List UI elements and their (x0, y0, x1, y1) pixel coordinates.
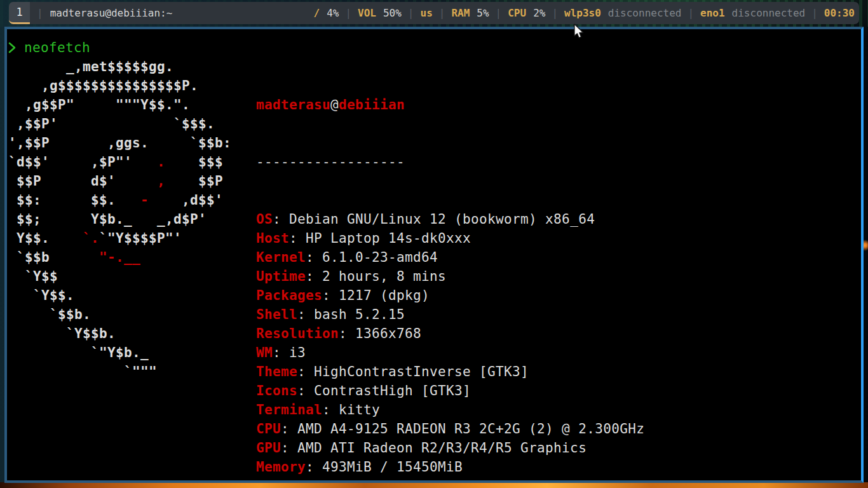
info-label: Packages (256, 288, 322, 303)
ascii-art-segment: `Y$$. (8, 288, 74, 303)
status-value: 5% (477, 7, 489, 19)
info-value: : 868x488 (339, 326, 421, 341)
neofetch-info-lines: OS: Debian GNU/Linux 12 (bookworm) x86_6… (256, 210, 644, 477)
command-text: neofetch (24, 38, 90, 57)
info-value: : AMD A4-9125 RADEON R3 2C+2G (2) @ 2.30… (281, 421, 644, 437)
ascii-art-segment: `"Y$$$$P"' (99, 231, 182, 246)
ascii-art-segment: $$P d$' (8, 173, 157, 189)
info-value: : bash 5.2.15 (297, 307, 405, 322)
info-label: Host (256, 231, 289, 246)
ascii-art-segment: `Y$$b. (8, 326, 116, 341)
status-item-us: us (421, 7, 433, 19)
info-label: Terminal (256, 402, 322, 417)
status-item-0030: 00:30 (824, 7, 855, 19)
status-value: disconnected (732, 7, 806, 19)
info-line-resolution: Resolution: 868x488 (256, 324, 644, 343)
status-item-wlp3s0: wlp3s0disconnected (564, 7, 681, 19)
status-label: RAM (451, 7, 470, 19)
terminal-window[interactable]: neofetch _,met$$$$$gg. ,g$$$$$$$$$$$$$$$… (4, 27, 864, 483)
ascii-art-segment: _,met$$$$$gg. (8, 59, 173, 74)
info-value: : HighContrastInverse [GTK3] (297, 364, 529, 379)
status-area: /4%|VOL50%|us|RAM5%|CPU2%|wlp3s0disconne… (314, 7, 855, 19)
ascii-art-segment: `"Y$b._ (8, 345, 149, 360)
status-item-: /4% (314, 7, 339, 19)
status-value: 2% (533, 7, 545, 19)
ascii-art-segment: $$P (165, 173, 223, 189)
status-item-ram: RAM5% (451, 7, 489, 19)
ascii-art-segment: ,$$P' `$$$. (8, 116, 215, 132)
info-value: : HP Laptop 14s-dk0xxx (289, 231, 471, 246)
shell-prompt-line: neofetch (8, 38, 90, 57)
ascii-art-segment: . (157, 154, 165, 170)
status-label: CPU (508, 7, 526, 19)
status-value: 4% (327, 7, 339, 19)
title-username: madterasu (256, 97, 330, 112)
title-hostname: debiiian (339, 97, 405, 112)
status-separator: | (552, 7, 558, 19)
info-line-host: Host: HP Laptop 14s-dk0xxx (256, 229, 644, 248)
status-label: eno1 (700, 7, 725, 19)
status-label: wlp3s0 (564, 7, 601, 19)
ascii-art-segment: ',$$P ,ggs. `$$b: (8, 135, 231, 151)
status-separator: | (688, 7, 694, 19)
ascii-art-segment: `d$$' ,$P"' (8, 154, 157, 170)
ascii-art-segment: Y$$. (8, 231, 83, 246)
info-label: Theme (256, 364, 297, 379)
ascii-art-segment: - (140, 193, 149, 208)
neofetch-title-underline: ------------------ (256, 152, 644, 172)
info-value: : 493MiB / 15450MiB (306, 459, 463, 475)
info-line-wm: WM: i3 (256, 343, 644, 362)
ascii-art-segment: , (157, 173, 165, 189)
status-label: / (314, 7, 320, 19)
info-line-kernel: Kernel: 6.1.0-23-amd64 (256, 248, 644, 267)
workspace-button-1[interactable]: 1 (9, 2, 30, 24)
status-separator: | (496, 7, 502, 19)
ascii-art-segment: `$$b. (8, 307, 91, 322)
info-value: : 6.1.0-23-amd64 (306, 250, 438, 265)
status-separator: | (345, 7, 351, 19)
info-label: Shell (256, 307, 297, 322)
status-label: 00:30 (824, 7, 855, 19)
info-line-memory: Memory: 493MiB / 15450MiB (256, 458, 644, 477)
info-value: : AMD ATI Radeon R2/R3/R4/R5 Graphics (281, 440, 587, 456)
info-label: WM (256, 345, 273, 360)
info-line-gpu: GPU: AMD ATI Radeon R2/R3/R4/R5 Graphics (256, 438, 644, 458)
ascii-art-segment: "-.__ (99, 250, 140, 265)
status-item-vol: VOL50% (358, 7, 402, 19)
desktop: 1 | madterasu@debiiian:~ /4%|VOL50%|us|R… (0, 0, 868, 488)
info-label: Memory (256, 459, 306, 475)
neofetch-ascii-logo: _,met$$$$$gg. ,g$$$$$$$$$$$$$$$P. ,g$$P"… (8, 57, 231, 381)
info-label: Kernel (256, 250, 306, 265)
terminal-content: neofetch _,met$$$$$gg. ,g$$$$$$$$$$$$$$$… (7, 29, 861, 480)
ascii-art-segment: ,g$$$$$$$$$$$$$$$P. (8, 78, 198, 93)
neofetch-title: madterasu@debiiian (256, 95, 644, 114)
info-label: OS (256, 212, 273, 227)
ascii-art-segment: `. (83, 231, 99, 246)
focused-window-title: madterasu@debiiian:~ (50, 7, 173, 19)
ascii-art-segment: ,d$$' (149, 193, 223, 208)
info-label: Icons (256, 383, 297, 398)
info-line-shell: Shell: bash 5.2.15 (256, 305, 644, 324)
mouse-cursor (574, 24, 585, 39)
info-value: : kitty (322, 402, 380, 417)
info-line-theme: Theme: HighContrastInverse [GTK3] (256, 362, 644, 381)
ascii-art-segment: `""" (8, 364, 157, 379)
status-label: us (421, 7, 433, 19)
info-label: Resolution (256, 326, 339, 341)
status-item-eno1: eno1disconnected (700, 7, 805, 19)
info-value: : i3 (273, 345, 306, 360)
info-value: : 1217 (dpkg) (322, 288, 430, 303)
info-line-os: OS: Debian GNU/Linux 12 (bookworm) x86_6… (256, 210, 644, 229)
ascii-art-segment: $$$ (165, 154, 223, 170)
i3-status-bar: 1 | madterasu@debiiian:~ /4%|VOL50%|us|R… (9, 2, 859, 24)
bar-separator: | (37, 7, 43, 19)
info-value: : ContrastHigh [GTK3] (297, 383, 471, 398)
info-label: CPU (256, 421, 281, 437)
status-value: disconnected (608, 7, 682, 19)
info-line-terminal: Terminal: kitty (256, 400, 644, 419)
status-separator: | (811, 7, 818, 19)
ascii-art-segment: $$: $$. (8, 193, 140, 208)
ascii-art-segment: $$; Y$b._ _,d$P' (8, 212, 207, 227)
info-line-packages: Packages: 1217 (dpkg) (256, 286, 644, 305)
ascii-art-segment: ,g$$P" """Y$$.". (8, 97, 190, 112)
